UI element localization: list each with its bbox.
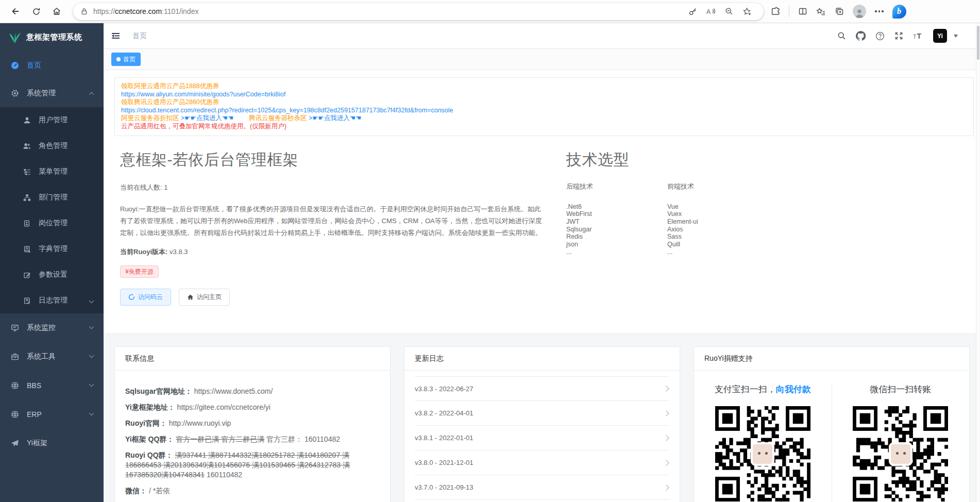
tab-active-dot bbox=[116, 57, 121, 61]
tech-item: WebFirst bbox=[566, 210, 667, 218]
copilot-icon[interactable]: b bbox=[892, 5, 906, 19]
version-label: 当前Ruoyi版本: bbox=[120, 248, 167, 256]
visit-homepage-button[interactable]: 访问主页 bbox=[179, 289, 230, 306]
avatar[interactable]: Yi bbox=[933, 29, 947, 43]
notice-link[interactable]: https://www.aliyun.com/minisite/goods?us… bbox=[121, 91, 967, 99]
dashboard-icon bbox=[10, 61, 20, 70]
sidebar-item-label: 系统监控 bbox=[27, 323, 56, 332]
font-size-icon[interactable]: TT bbox=[913, 32, 923, 40]
sidebar-item-system-tools[interactable]: 系统工具 bbox=[0, 342, 104, 371]
contact-value: 160110482 bbox=[207, 471, 242, 479]
sidebar-item-label: 用户管理 bbox=[39, 115, 67, 125]
sidebar-item-label: ERP bbox=[27, 410, 42, 419]
browser-actions: b bbox=[771, 5, 906, 19]
key-icon[interactable] bbox=[688, 7, 697, 16]
fullscreen-icon[interactable] bbox=[894, 31, 903, 40]
back-button[interactable] bbox=[7, 3, 24, 20]
online-count: 当前在线人数: 1 bbox=[120, 183, 547, 192]
chevron-right-icon bbox=[663, 460, 669, 465]
sidebar-item-role-management[interactable]: 角色管理 bbox=[0, 133, 104, 159]
changelog-item[interactable]: v3.7.0 - 2021-09-13 bbox=[415, 475, 669, 500]
qr-center-photo bbox=[889, 442, 913, 466]
sidebar-item-log-management[interactable]: 日志管理 bbox=[0, 288, 104, 313]
sidebar-item-dict-management[interactable]: 字典管理 bbox=[0, 236, 104, 262]
contact-link[interactable]: https://www.donet5.com/ bbox=[194, 387, 273, 395]
sidebar-submenu-system: 用户管理 角色管理 菜单管理 部门管理 岗位管理 字典管理 bbox=[0, 107, 104, 313]
contact-row: 微信： / *若依 bbox=[125, 486, 380, 496]
sidebar-item-system-monitor[interactable]: 系统监控 bbox=[0, 313, 104, 342]
sidebar-item-label: 参数设置 bbox=[39, 270, 67, 279]
sidebar-item-user-management[interactable]: 用户管理 bbox=[0, 107, 104, 133]
chevron-down-icon[interactable] bbox=[954, 35, 958, 38]
breadcrumb[interactable]: 首页 bbox=[132, 31, 147, 41]
contact-link[interactable]: https://gitee.com/ccnetcore/yi bbox=[177, 403, 271, 411]
brand[interactable]: 意框架管理系统 bbox=[0, 23, 104, 52]
github-icon[interactable] bbox=[856, 31, 866, 41]
scrollbar-thumb[interactable] bbox=[977, 26, 979, 60]
search-icon[interactable] bbox=[837, 31, 846, 40]
changelog-item[interactable]: v3.8.2 - 2022-04-01 bbox=[415, 401, 669, 426]
sidebar-item-param-settings[interactable]: 参数设置 bbox=[0, 262, 104, 288]
copilot-glyph: b bbox=[897, 7, 901, 16]
sidebar-item-dept-management[interactable]: 部门管理 bbox=[0, 185, 104, 210]
contact-row: Ruoyi官网： http://www.ruoyi.vip bbox=[125, 419, 380, 428]
help-icon[interactable] bbox=[875, 31, 885, 41]
button-label: 访问码云 bbox=[138, 293, 163, 302]
address-bar[interactable]: https://ccnetcore.com:1101/index A bbox=[73, 3, 764, 20]
chevron-down-icon bbox=[89, 411, 94, 416]
tab-home[interactable]: 首页 bbox=[111, 53, 141, 66]
read-aloud-icon[interactable]: A bbox=[706, 7, 716, 15]
sidebar-item-erp[interactable]: ERP bbox=[0, 400, 104, 429]
more-menu-icon[interactable] bbox=[875, 10, 884, 12]
notice-link[interactable]: >☛☛点我进入☚☚ bbox=[309, 114, 361, 122]
page-scrollbar[interactable] bbox=[976, 23, 980, 502]
sidebar-item-menu-management[interactable]: 菜单管理 bbox=[0, 159, 104, 185]
contact-label: 微信： bbox=[125, 487, 147, 495]
dictionary-icon bbox=[22, 245, 31, 253]
extensions-icon[interactable] bbox=[771, 7, 780, 16]
changelog-item[interactable]: v3.8.1 - 2022-01-01 bbox=[415, 426, 669, 450]
navbar-actions: TT Yi bbox=[837, 29, 972, 43]
visit-gitee-button[interactable]: 访问码云 bbox=[120, 289, 171, 306]
browser-toolbar: https://ccnetcore.com:1101/index A b bbox=[0, 0, 980, 23]
changelog-item[interactable]: v3.8.3 - 2022-06-27 bbox=[415, 376, 669, 401]
home-button[interactable] bbox=[48, 3, 65, 20]
backend-tech-title: 后端技术 bbox=[566, 182, 667, 191]
pay-me-link[interactable]: 向我付款 bbox=[776, 384, 811, 394]
chevron-up-icon bbox=[89, 92, 94, 97]
notice-link[interactable]: >☛☛点我进入☚☚ bbox=[181, 114, 233, 122]
sidebar-fold-icon[interactable] bbox=[111, 31, 120, 40]
chevron-right-icon bbox=[663, 386, 669, 391]
contact-link[interactable]: http://www.ruoyi.vip bbox=[169, 419, 231, 427]
changelog-item[interactable]: v3.8.0 - 2021-12-01 bbox=[415, 450, 669, 475]
collections-icon[interactable] bbox=[835, 7, 844, 16]
version-line: 当前Ruoyi版本: v3.8.3 bbox=[120, 247, 547, 257]
sidebar-item-system-management[interactable]: 系统管理 bbox=[0, 79, 104, 107]
favorites-icon[interactable] bbox=[816, 7, 826, 16]
refresh-button[interactable] bbox=[27, 3, 45, 20]
sidebar-item-bbs[interactable]: BBS bbox=[0, 371, 104, 400]
notice-link[interactable]: https://cloud.tencent.com/redirect.php?r… bbox=[121, 107, 967, 115]
page-content: 领取阿里云通用云产品1888优惠券 https://www.aliyun.com… bbox=[104, 70, 980, 502]
split-screen-icon[interactable] bbox=[798, 7, 807, 16]
notice-line: 云产品通用红包，可叠加官网常规优惠使用。(仅限新用户) bbox=[121, 123, 967, 131]
tab-bar: 首页 bbox=[104, 49, 980, 70]
sidebar-item-yi-framework[interactable]: Yi框架 bbox=[0, 429, 104, 458]
url-text: https://ccnetcore.com:1101/index bbox=[93, 7, 684, 15]
tech-item: Vue bbox=[667, 203, 768, 211]
home-icon bbox=[52, 7, 61, 16]
contact-label: Ruoyi官网： bbox=[125, 419, 167, 427]
tech-item: ... bbox=[566, 248, 667, 256]
profile-avatar[interactable] bbox=[853, 5, 866, 18]
sidebar-item-label: BBS bbox=[27, 381, 41, 390]
intro-column: 意框架-若依后台管理框架 当前在线人数: 1 Ruoyi:一直想做一款后台管理系… bbox=[120, 149, 547, 306]
users-icon bbox=[22, 142, 31, 150]
notice-line: 领取腾讯云通用云产品2860优惠券 bbox=[121, 98, 967, 107]
page-title: 意框架-若依后台管理框架 bbox=[120, 149, 547, 171]
zoom-out-icon[interactable] bbox=[725, 7, 733, 15]
sidebar-item-post-management[interactable]: 岗位管理 bbox=[0, 210, 104, 236]
sidebar-item-home[interactable]: 首页 bbox=[0, 52, 104, 79]
favorite-star-icon[interactable] bbox=[742, 7, 752, 16]
toolbar-divider bbox=[789, 6, 789, 17]
sidebar: 意框架管理系统 首页 系统管理 用户管理 角色管理 菜单管理 bbox=[0, 23, 104, 502]
